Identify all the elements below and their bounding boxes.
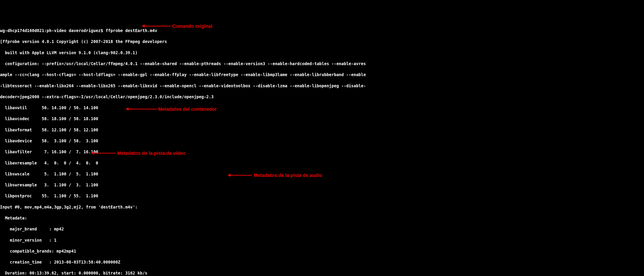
output-line: decoder=jpeg2000 --extra-cflags=-I/usr/l… bbox=[0, 94, 644, 100]
output-line: libavutil 56. 14.100 / 56. 14.100 bbox=[0, 105, 644, 111]
output-line: compatible_brands: mp42mp41 bbox=[0, 248, 644, 254]
output-line: libswresample 3. 1.100 / 3. 1.100 bbox=[0, 182, 644, 188]
output-line: Metadata: bbox=[0, 215, 644, 221]
output-line: libswscale 5. 1.100 / 5. 1.100 bbox=[0, 171, 644, 177]
output-line: libavcodec 58. 18.100 / 58. 18.100 bbox=[0, 116, 644, 122]
output-line: -libtesseract --enable-libx264 --enable-… bbox=[0, 83, 644, 89]
output-line: minor_version : 1 bbox=[0, 237, 644, 243]
output-line: Duration: 00:13:39.62, start: 0.000000, … bbox=[0, 270, 644, 276]
output-line: libavresample 4. 0. 0 / 4. 0. 0 bbox=[0, 160, 644, 166]
arrow-line bbox=[145, 26, 170, 27]
output-line: libavfilter 7. 16.100 / 7. 16.100 bbox=[0, 149, 644, 155]
output-line: configuration: --prefix=/usr/local/Cella… bbox=[0, 61, 644, 67]
output-line: libavdevice 58. 3.100 / 58. 3.100 bbox=[0, 138, 644, 144]
output-line: [ffprobe version 4.0.1 Copyright (c) 200… bbox=[0, 39, 644, 45]
output-line: libavformat 58. 12.100 / 58. 12.100 bbox=[0, 127, 644, 133]
output-line: ample --cc=clang --host-cflags= --host-l… bbox=[0, 72, 644, 78]
arrow-left-icon bbox=[142, 25, 145, 28]
output-line: creation_time : 2013-08-03T13:58:40.0000… bbox=[0, 259, 644, 265]
output-line: Input #0, mov,mp4,m4a,3gp,3g2,mj2, from … bbox=[0, 204, 644, 210]
terminal-output: wg-dhcp174d160d021:ph-video daverodrigue… bbox=[0, 23, 644, 276]
prompt-line[interactable]: wg-dhcp174d160d021:ph-video daverodrigue… bbox=[0, 28, 644, 34]
output-line: libpostproc 55. 1.100 / 55. 1.100 bbox=[0, 193, 644, 199]
output-line: major_brand : mp42 bbox=[0, 226, 644, 232]
output-line: built with Apple LLVM version 9.1.0 (cla… bbox=[0, 50, 644, 56]
